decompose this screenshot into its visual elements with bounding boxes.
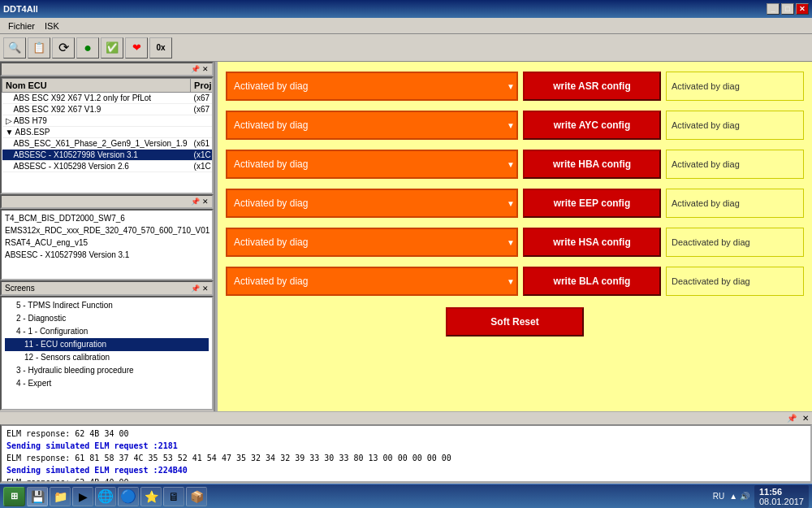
screen-item[interactable]: 2 - Diagnostic [5, 312, 209, 325]
taskbar-app-icon[interactable]: 💾 [27, 487, 48, 506]
soft-reset-row: Soft Reset [226, 307, 804, 336]
console-area[interactable]: ELM response: 62 4B 34 00Sending simulat… [0, 424, 812, 483]
write-config-btn-0[interactable]: write ASR config [523, 72, 661, 101]
ecu-list-scroll[interactable]: Nom ECU Proj ABS ESC X92 X67 V1.2 only f… [0, 76, 214, 194]
info-line: RSAT4_ACU_eng_v15 [5, 237, 209, 249]
ecu-row-proj [191, 127, 214, 138]
console-pin-icon[interactable]: 📌 [787, 414, 797, 423]
screens-panel-header: Screens 📌 ✕ [0, 280, 214, 296]
ecu-row-proj: (x61 [191, 138, 214, 150]
ecu-row[interactable]: ABS ESC X92 X67 V1.9(x67 [2, 104, 214, 115]
config-dropdown-3[interactable]: Activated by diagDeactivated by diag [226, 189, 518, 218]
toolbar: 🔍 📋 ⟳ ● ✅ ❤ 0x [0, 34, 812, 62]
taskbar-pkg-icon[interactable]: 📦 [186, 487, 207, 506]
info-panel-pin-icon[interactable]: 📌 [191, 198, 200, 206]
app-title: DDT4All [3, 4, 38, 14]
screen-item[interactable]: 4 - 1 - Configuration [5, 325, 209, 338]
taskbar-star-icon[interactable]: ⭐ [140, 487, 162, 506]
info-panel-close-icon[interactable]: ✕ [202, 198, 209, 206]
taskbar-time: 11:56 [759, 487, 804, 497]
config-dropdown-wrapper: Activated by diagDeactivated by diag▼ [226, 72, 518, 101]
menu-isk[interactable]: ISK [40, 20, 64, 33]
taskbar-ie-icon[interactable]: 🌐 [95, 487, 116, 506]
toolbar-connect-btn[interactable]: ● [76, 37, 99, 59]
screens-panel-close-icon[interactable]: ✕ [202, 284, 209, 293]
write-config-btn-5[interactable]: write BLA config [523, 267, 661, 296]
close-button[interactable]: ✕ [796, 3, 809, 15]
taskbar-monitor-icon[interactable]: 🖥 [163, 487, 184, 506]
left-panel: 📌 ✕ Nom ECU Proj ABS ESC X92 X67 V1.2 on… [0, 62, 215, 411]
info-line: EMS312x_RDC_xxx_RDE_320_470_570_600_710_… [5, 224, 209, 237]
start-button[interactable]: ⊞ [3, 487, 25, 506]
config-row: Activated by diagDeactivated by diag▼wri… [226, 109, 804, 141]
maximize-button[interactable]: □ [781, 3, 794, 15]
ecu-row-name: ABSESC - X10527998 Version 3.1 [2, 150, 191, 161]
write-config-btn-2[interactable]: write HBA config [523, 150, 661, 179]
console-line: ELM response: 62 4B 40 00 [6, 476, 806, 483]
config-dropdown-wrapper: Activated by diagDeactivated by diag▼ [226, 111, 518, 140]
write-config-btn-1[interactable]: write AYC config [523, 111, 661, 140]
ecu-row[interactable]: ABSESC - X10527998 Version 3.1(x1C [2, 150, 214, 161]
taskbar-date: 08.01.2017 [759, 497, 804, 506]
ecu-row[interactable]: ▼ ABS.ESP [2, 127, 214, 138]
screen-item[interactable]: 3 - Hydraulic bleeding procedure [5, 364, 209, 377]
toolbar-check-btn[interactable]: ✅ [101, 37, 123, 59]
taskbar-folder-icon[interactable]: 📁 [50, 487, 71, 506]
toolbar-refresh-btn[interactable]: ⟳ [52, 37, 75, 59]
config-dropdown-5[interactable]: Activated by diagDeactivated by diag [226, 267, 518, 296]
toolbar-hex-btn[interactable]: 0x [149, 37, 172, 59]
console-header: 📌 ✕ [0, 411, 812, 424]
toolbar-clipboard-btn[interactable]: 📋 [28, 37, 50, 59]
console-line: ELM response: 61 81 58 37 4C 35 53 52 41… [6, 452, 806, 464]
config-row: Activated by diagDeactivated by diag▼wri… [226, 226, 804, 258]
ecu-row-name: ABS ESC X92 X67 V1.9 [2, 104, 191, 115]
minimize-button[interactable]: _ [767, 3, 780, 15]
screens-panel-title: Screens [5, 284, 35, 293]
taskbar-chrome-icon[interactable]: 🔵 [118, 487, 139, 506]
ecu-row[interactable]: ABSESC - X105298 Version 2.6(x1C [2, 161, 214, 172]
console-close-icon[interactable]: ✕ [802, 414, 809, 423]
toolbar-search-btn[interactable]: 🔍 [3, 37, 26, 59]
screen-item[interactable]: 5 - TPMS Indirect Function [5, 299, 209, 312]
console-line: Sending simulated ELM request :2181 [6, 440, 806, 452]
ecu-row-proj: (x1C [191, 161, 214, 172]
ecu-list-panel: 📌 ✕ Nom ECU Proj ABS ESC X92 X67 V1.2 on… [0, 62, 214, 194]
screens-panel-pin-icon[interactable]: 📌 [191, 284, 200, 293]
config-status-label-1: Activated by diag [666, 111, 804, 140]
taskbar-play-icon[interactable]: ▶ [72, 487, 93, 506]
ecu-row-name: ▼ ABS.ESP [2, 127, 191, 138]
ecu-panel-close-icon[interactable]: ✕ [202, 65, 209, 73]
ecu-row[interactable]: ▷ ABS H79 [2, 115, 214, 127]
config-status-label-2: Activated by diag [666, 150, 804, 179]
ecu-table: Nom ECU Proj ABS ESC X92 X67 V1.2 only f… [2, 78, 214, 172]
toolbar-heart-btn[interactable]: ❤ [125, 37, 148, 59]
write-config-btn-3[interactable]: write EEP config [523, 189, 661, 218]
write-config-btn-4[interactable]: write HSA config [523, 228, 661, 257]
config-dropdown-4[interactable]: Activated by diagDeactivated by diag [226, 228, 518, 257]
info-panel-icons: 📌 ✕ [191, 198, 209, 206]
screen-item[interactable]: 12 - Sensors calibration [5, 351, 209, 364]
config-dropdown-wrapper: Activated by diagDeactivated by diag▼ [226, 150, 518, 179]
menu-fichier[interactable]: Fichier [3, 20, 40, 33]
ecu-row[interactable]: ABS_ESC_X61_Phase_2_Gen9_1_Version_1.9(x… [2, 138, 214, 150]
soft-reset-button[interactable]: Soft Reset [446, 307, 584, 336]
screens-content[interactable]: 5 - TPMS Indirect Function2 - Diagnostic… [0, 296, 214, 410]
content-area: Activated by diagDeactivated by diag▼wri… [218, 62, 812, 411]
screen-item[interactable]: 11 - ECU configuration [5, 338, 209, 351]
menu-bar: Fichier ISK [0, 18, 812, 34]
console-line: Sending simulated ELM request :224B40 [6, 464, 806, 476]
config-dropdown-1[interactable]: Activated by diagDeactivated by diag [226, 111, 518, 140]
config-dropdown-2[interactable]: Activated by diagDeactivated by diag [226, 150, 518, 179]
info-panel-header: 📌 ✕ [0, 194, 214, 209]
config-dropdown-0[interactable]: Activated by diagDeactivated by diag [226, 72, 518, 101]
title-bar: DDT4All _ □ ✕ [0, 0, 812, 18]
info-panel: 📌 ✕ T4_BCM_BIS_DDT2000_SW7_6EMS312x_RDC_… [0, 194, 214, 280]
info-line: T4_BCM_BIS_DDT2000_SW7_6 [5, 212, 209, 224]
info-line: ABSESC - X10527998 Version 3.1 [5, 249, 209, 261]
screen-item[interactable]: 4 - Expert [5, 377, 209, 390]
config-row: Activated by diagDeactivated by diag▼wri… [226, 265, 804, 297]
ecu-panel-pin-icon[interactable]: 📌 [191, 65, 200, 73]
console-line: ELM response: 62 4B 34 00 [6, 428, 806, 440]
ecu-row-proj: (x67 [191, 93, 214, 104]
ecu-row[interactable]: ABS ESC X92 X67 V1.2 only for PfLot(x67 [2, 93, 214, 104]
